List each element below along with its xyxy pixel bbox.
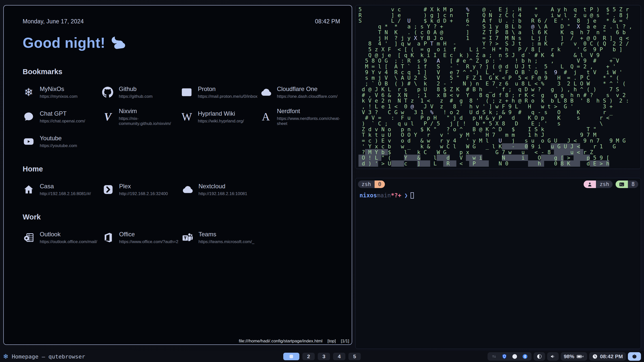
battery-icon bbox=[577, 353, 584, 359]
bookmark-name: MyNixOs bbox=[40, 85, 77, 93]
bookmark-name: Plex bbox=[119, 183, 168, 190]
tmux-pane-count: 8 bbox=[628, 180, 638, 188]
bookmark-url: https://teams.microsoft.com/_ bbox=[198, 239, 254, 244]
qutebrowser-statusbar: file:///home/hadi/.config/startpage/inde… bbox=[4, 338, 352, 344]
bookmark-url: https://wiki.hyprland.org/ bbox=[198, 119, 244, 124]
shell-terminal-window[interactable]: zsh 0 zsh 8 nixos main *?+ ❯ bbox=[355, 178, 641, 349]
bookmark-item[interactable]: ANerdfonthttps://www.nerdfonts.com/cheat… bbox=[260, 108, 340, 126]
matrix-rain: 5 v c # X k M p % @ . E j . H * A y h q … bbox=[355, 5, 641, 168]
shield-icon[interactable] bbox=[502, 354, 507, 359]
bookmark-url: https://www.nerdfonts.com/cheat-sheet bbox=[277, 116, 340, 126]
tmux-window-name: zsh bbox=[358, 180, 375, 188]
cloud-icon bbox=[181, 184, 193, 196]
battery-indicator[interactable]: 98% bbox=[561, 352, 587, 361]
workspace-button-2[interactable]: 2 bbox=[302, 353, 315, 360]
bookmark-url: https://one.dash.cloudflare.com/ bbox=[277, 94, 338, 99]
volume-icon bbox=[550, 354, 556, 359]
greeting: Good night! bbox=[23, 34, 340, 51]
matrix-terminal-window[interactable]: 5 v c # X k M p % @ . E j . H * A y h q … bbox=[355, 5, 641, 169]
workspace-button-5[interactable]: 5 bbox=[348, 353, 361, 360]
prompt-symbol: ❯ bbox=[404, 192, 408, 199]
bookmark-name: Github bbox=[119, 85, 152, 93]
bookmark-item[interactable]: Chat GPThttps://chat.openai.com/ bbox=[23, 108, 102, 126]
night-light-toggle[interactable] bbox=[534, 352, 545, 361]
statusbar-tab-index: [1/1] bbox=[341, 339, 349, 344]
workspace-button-4[interactable]: 4 bbox=[333, 353, 345, 360]
section-home: HomeCasahttp://192.168.2.16:8081/#/Plexh… bbox=[23, 165, 340, 196]
bookmark-name: Casa bbox=[40, 183, 91, 190]
github-icon bbox=[102, 86, 114, 98]
qutebrowser-window[interactable]: Monday, June 17, 2024 08:42 PM Good nigh… bbox=[3, 5, 352, 345]
taskbar-right: 98% 08:42 PM bbox=[361, 352, 641, 361]
taskbar-left: ❄ Homepage — qutebrowser bbox=[3, 353, 283, 360]
statusbar-url: file:///home/hadi/.config/startpage/inde… bbox=[239, 339, 323, 344]
greeting-text: Good night! bbox=[23, 34, 105, 51]
bookmark-item[interactable]: Youtubehttps://youtube.com bbox=[23, 135, 102, 148]
desktop: Monday, June 17, 2024 08:42 PM Good nigh… bbox=[0, 0, 644, 362]
moon-cloud-icon bbox=[109, 36, 126, 50]
volume-control[interactable] bbox=[547, 352, 559, 361]
bookmark-item[interactable]: Plexhttp://192.168.2.16:32400 bbox=[102, 183, 182, 196]
prompt-host: nixos bbox=[359, 192, 377, 199]
bookmark-name: Cloudflare One bbox=[277, 85, 338, 93]
tmux-session-pill[interactable]: zsh bbox=[584, 180, 613, 188]
tmux-window-pill[interactable]: zsh 0 bbox=[358, 180, 385, 188]
power-button[interactable] bbox=[628, 352, 641, 361]
bookmark-grid: Casahttp://192.168.2.16:8081/#/Plexhttp:… bbox=[23, 183, 340, 196]
section-title: Bookmarks bbox=[23, 68, 340, 76]
prompt-git-branch: main bbox=[377, 192, 391, 199]
bookmark-sections: Bookmarks❄MyNixOshttps://mynixos.comGith… bbox=[23, 68, 340, 244]
bookmark-grid: Outlookhttps://outlook.office.com/mail/O… bbox=[23, 231, 340, 244]
nixos-icon: ❄ bbox=[23, 86, 35, 98]
section-title: Home bbox=[23, 165, 340, 173]
bookmark-item[interactable]: Cloudflare Onehttps://one.dash.cloudflar… bbox=[260, 85, 340, 99]
bookmark-name: Nextcloud bbox=[198, 183, 247, 190]
terminal-icon bbox=[616, 180, 628, 188]
bookmark-item[interactable]: ❄MyNixOshttps://mynixos.com bbox=[23, 85, 102, 99]
bookmark-item[interactable]: Protonhttps://mail.proton.me/u/0/inbox bbox=[181, 85, 260, 99]
tmux-status-bar: zsh 0 zsh 8 bbox=[355, 178, 641, 188]
bookmark-item[interactable]: Outlookhttps://outlook.office.com/mail/ bbox=[23, 231, 102, 244]
bookmark-url: https://mail.proton.me/u/0/inbox bbox=[198, 94, 257, 99]
night-light-icon bbox=[537, 354, 542, 359]
bluetooth-icon[interactable] bbox=[522, 354, 528, 359]
startpage: Monday, June 17, 2024 08:42 PM Good nigh… bbox=[4, 6, 352, 344]
cloud-icon bbox=[260, 86, 272, 98]
bookmark-url: https://youtube.com bbox=[40, 143, 77, 148]
shell-prompt[interactable]: nixos main *?+ ❯ bbox=[355, 188, 641, 203]
tmux-session-name: zsh bbox=[596, 180, 613, 188]
workspace-button-3[interactable]: 3 bbox=[318, 353, 330, 360]
home-icon bbox=[23, 184, 35, 196]
bookmark-item[interactable]: Githubhttps://github.com bbox=[102, 85, 181, 99]
bookmark-item[interactable]: WHyprland Wikihttps://wiki.hyprland.org/ bbox=[181, 108, 260, 126]
active-window-title: Homepage — qutebrowser bbox=[12, 353, 85, 360]
bookmark-url: https://nix-community.github.io/nixvim/ bbox=[119, 116, 181, 126]
tmux-status-left: zsh 0 bbox=[358, 180, 385, 188]
bookmark-url: https://github.com bbox=[119, 94, 152, 99]
nerdfont-icon: A bbox=[260, 111, 272, 123]
date-label: Monday, June 17, 2024 bbox=[23, 18, 84, 25]
bookmark-name: Nixvim bbox=[119, 108, 181, 115]
tmux-pane-pill[interactable]: 8 bbox=[616, 180, 638, 188]
taskbar-time: 08:42 PM bbox=[600, 353, 623, 359]
bookmark-url: http://192.168.2.16:8081/#/ bbox=[40, 191, 91, 196]
bookmark-item[interactable]: Officehttps://www.office.com/?auth=2 bbox=[102, 231, 182, 244]
network-arrows-icon[interactable] bbox=[491, 354, 497, 359]
youtube-icon bbox=[23, 135, 35, 148]
mail-icon bbox=[181, 86, 193, 98]
workspace-switcher: 2345 bbox=[283, 353, 361, 360]
bookmark-item[interactable]: VNixvimhttps://nix-community.github.io/n… bbox=[102, 108, 181, 126]
system-tray[interactable] bbox=[488, 352, 532, 361]
bookmark-item[interactable]: Nextcloudhttp://192.168.2.16:10081 bbox=[181, 183, 261, 196]
wiki-icon: W bbox=[181, 111, 193, 123]
taskbar: ❄ Homepage — qutebrowser 2345 98% bbox=[0, 351, 644, 362]
bookmark-item[interactable]: Teamshttps://teams.microsoft.com/_ bbox=[181, 231, 261, 244]
battery-percent: 98% bbox=[564, 353, 574, 359]
statusbar-scroll-position: [top] bbox=[328, 339, 336, 344]
bookmark-url: https://www.office.com/?auth=2 bbox=[119, 239, 178, 244]
bookmark-item[interactable]: Casahttp://192.168.2.16:8081/#/ bbox=[23, 183, 102, 196]
check-circle-icon[interactable] bbox=[512, 354, 517, 359]
clock-widget[interactable]: 08:42 PM bbox=[589, 352, 626, 361]
workspace-button-1[interactable] bbox=[283, 353, 299, 360]
bookmark-url: http://192.168.2.16:32400 bbox=[119, 191, 168, 196]
